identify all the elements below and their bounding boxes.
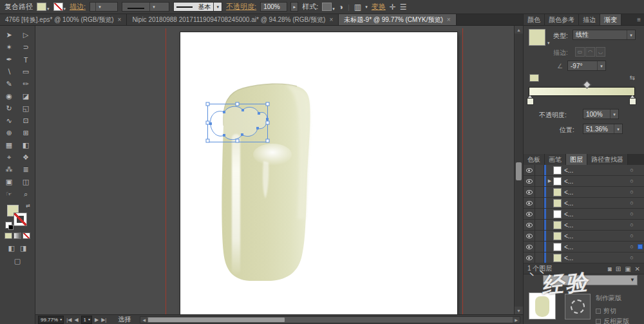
make-mask-button[interactable]: 制作蒙版	[596, 294, 621, 303]
target-circle-icon[interactable]: ○	[627, 167, 636, 173]
tab-close-icon[interactable]: ×	[118, 16, 122, 23]
draw-behind-icon[interactable]: ◨	[20, 244, 26, 253]
visibility-eye-icon[interactable]	[524, 187, 535, 197]
opacity-mask-thumbnail[interactable]	[565, 294, 591, 319]
screen-mode-icon[interactable]: ▢	[14, 257, 21, 265]
visibility-eye-icon[interactable]	[524, 165, 535, 175]
target-circle-icon[interactable]: ○	[627, 211, 636, 217]
lock-toggle[interactable]	[535, 220, 544, 230]
clip-checkbox-row[interactable]: 剪切	[596, 307, 616, 316]
document-tab[interactable]: 未标题-9* @ 99.77% (CMYK/预览)×	[339, 14, 456, 25]
rotate-tool-icon[interactable]: ↻	[1, 102, 17, 115]
stroke-color-indicator[interactable]	[14, 213, 26, 225]
type-tool-icon[interactable]: T	[17, 53, 34, 66]
stroke-weight-dropdown[interactable]: ▾	[90, 2, 118, 12]
target-circle-icon[interactable]: ○	[627, 189, 636, 195]
panel-tab-画笔[interactable]: 画笔	[545, 154, 566, 165]
stroke-gradient-along-icon[interactable]: ◠	[585, 47, 595, 57]
new-layer-icon[interactable]: ▣	[625, 265, 630, 272]
layer-thumbnail[interactable]	[553, 221, 562, 229]
visibility-eye-icon[interactable]	[524, 198, 535, 208]
visibility-eye-icon[interactable]	[524, 242, 535, 252]
horizontal-scroll-thumb[interactable]	[148, 318, 285, 322]
layer-row[interactable]: <...○	[524, 220, 644, 231]
document-tab[interactable]: Nipic 20180988 20171119094708245000.ai* …	[127, 14, 339, 25]
width-profile-dropdown[interactable]: ▾	[122, 2, 169, 12]
gradient-stop-left[interactable]	[527, 98, 534, 105]
invert-mask-checkbox-row[interactable]: 反相蒙版	[596, 317, 629, 324]
panel-tab-图层[interactable]: 图层	[566, 154, 587, 165]
layer-row[interactable]: <...○	[524, 209, 644, 220]
mesh-tool-icon[interactable]: ▦	[1, 139, 17, 151]
panel-tab-颜色参考[interactable]: 颜色参考	[545, 14, 579, 25]
layer-row[interactable]: ▶<...○	[524, 176, 644, 187]
selection-indicator[interactable]	[636, 211, 644, 216]
hand-tool-icon[interactable]: ☞	[1, 188, 17, 200]
gradient-type-dropdown[interactable]: 线性 ▾	[573, 30, 636, 40]
scroll-up-icon[interactable]: ▲	[515, 26, 523, 33]
layer-row[interactable]: <...○	[524, 231, 644, 242]
lock-toggle[interactable]	[535, 209, 544, 219]
perspective-grid-tool-icon[interactable]: ⊞	[17, 127, 34, 139]
reverse-gradient-icon[interactable]: ⇆	[630, 74, 635, 81]
blob-brush-tool-icon[interactable]: ◉	[1, 90, 17, 102]
lock-toggle[interactable]	[535, 242, 544, 252]
scroll-left-icon[interactable]: ◀	[140, 317, 147, 323]
layer-label[interactable]: <...	[562, 243, 627, 251]
scroll-right-icon[interactable]: ▶	[513, 317, 520, 323]
layer-thumbnail[interactable]	[553, 166, 562, 175]
vertical-scrollbar[interactable]: ▲ ▼	[514, 26, 523, 314]
lock-toggle[interactable]	[535, 253, 544, 263]
first-artboard-button[interactable]: |◀	[66, 317, 71, 323]
document-tab[interactable]: 4766 [转换].eps* @ 100% (RGB/预览)×	[0, 14, 127, 25]
panel-tab-渐变[interactable]: 渐变	[600, 14, 621, 25]
layer-label[interactable]: <...	[562, 254, 627, 262]
layer-label[interactable]: <...	[562, 200, 627, 207]
layer-row[interactable]: <...○	[524, 187, 644, 198]
visibility-eye-icon[interactable]	[524, 176, 535, 186]
scale-tool-icon[interactable]: ◱	[17, 102, 34, 115]
panel-tab-颜色[interactable]: 颜色	[524, 14, 545, 25]
transform-options-icon[interactable]: ✛	[390, 3, 396, 11]
stroke-link[interactable]: 描边:	[70, 2, 86, 12]
gradient-mode-button[interactable]	[14, 233, 21, 239]
gradient-opacity-dropdown[interactable]: 100% ▾	[583, 109, 619, 119]
pencil-tool-icon[interactable]: ✏	[17, 78, 34, 90]
lasso-tool-icon[interactable]: ⊃	[17, 41, 34, 53]
stroke-color-dropdown[interactable]: ▾	[53, 3, 66, 11]
blend-mode-dropdown[interactable]: ▼	[543, 275, 638, 285]
none-mode-button[interactable]	[23, 233, 30, 239]
target-circle-icon[interactable]: ○	[627, 233, 636, 239]
selection-indicator[interactable]	[636, 222, 644, 227]
align-icon[interactable]: ▥	[354, 3, 361, 11]
magic-wand-tool-icon[interactable]: ✶	[1, 41, 17, 53]
visibility-eye-icon[interactable]	[524, 253, 535, 263]
fill-color-dropdown[interactable]: ▾	[37, 3, 50, 11]
pen-tool-icon[interactable]: ✒	[1, 53, 17, 66]
layer-thumbnail[interactable]	[553, 254, 562, 262]
delete-layer-icon[interactable]: ✕	[635, 265, 640, 272]
panel-tab-描边[interactable]: 描边	[579, 14, 600, 25]
selection-indicator[interactable]	[636, 189, 644, 195]
opacity-field[interactable]: 100%	[260, 2, 287, 12]
stroke-gradient-across-icon[interactable]: ◡	[596, 47, 605, 57]
target-circle-icon[interactable]: ○	[627, 254, 636, 261]
opacity-link[interactable]: 不透明度:	[226, 2, 256, 12]
lock-toggle[interactable]	[535, 165, 544, 175]
canvas-area[interactable]: ▲ ▼	[35, 26, 523, 314]
artboard-navigation-dropdown[interactable]: 1 ▾	[81, 316, 92, 324]
target-circle-icon[interactable]: ○	[627, 178, 636, 184]
free-transform-tool-icon[interactable]: ⊡	[17, 115, 34, 127]
gradient-slider[interactable]	[529, 87, 635, 96]
artboard[interactable]	[180, 32, 457, 314]
eyedropper-tool-icon[interactable]: ⌖	[1, 151, 17, 164]
last-artboard-button[interactable]: ▶|	[101, 317, 106, 323]
next-artboard-button[interactable]: ▶	[95, 317, 99, 323]
lock-toggle[interactable]	[535, 198, 544, 208]
new-sublayer-icon[interactable]: ⊞	[616, 265, 621, 272]
selection-indicator[interactable]	[636, 255, 644, 260]
panel-menu-icon[interactable]: ≡	[634, 14, 644, 25]
selection-indicator[interactable]	[636, 167, 644, 173]
layer-label[interactable]: <...	[562, 211, 627, 218]
lock-toggle[interactable]	[535, 231, 544, 241]
